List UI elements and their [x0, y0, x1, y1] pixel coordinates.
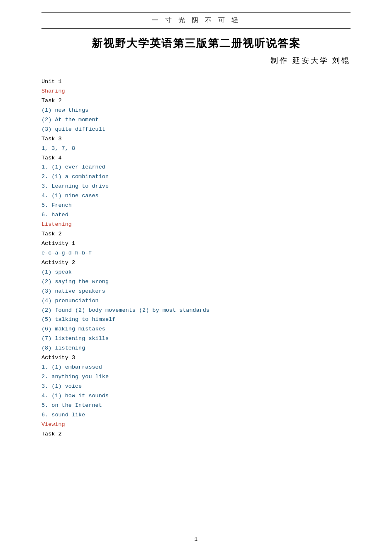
- content-line: 6. sound like: [41, 411, 351, 420]
- content-line: 6. hated: [41, 210, 351, 220]
- content-line: Sharing: [41, 87, 351, 96]
- content-line: Unit 1: [41, 77, 351, 87]
- content-line: Task 2: [41, 230, 351, 239]
- page-number: 1: [0, 536, 392, 543]
- content-line: Task 2: [41, 430, 351, 439]
- content-line: 1. (1) ever learned: [41, 163, 351, 172]
- content-line: (2) found (2) body movements (2) by most…: [41, 306, 351, 315]
- content-line: (5) talking to himself: [41, 315, 351, 325]
- content-line: Viewing: [41, 420, 351, 430]
- main-title: 新视野大学英语第三版第二册视听说答案: [41, 36, 351, 51]
- content-line: 3. Learning to drive: [41, 182, 351, 191]
- content-line: 5. French: [41, 201, 351, 210]
- content-line: (3) quite difficult: [41, 125, 351, 134]
- content-line: (3) native speakers: [41, 287, 351, 296]
- content-line: 2. anything you like: [41, 372, 351, 382]
- content-line: 5. on the Internet: [41, 401, 351, 411]
- header-motto: 一 寸 光 阴 不 可 轻: [41, 13, 351, 28]
- content-line: 1. (1) embarrassed: [41, 363, 351, 372]
- content-line: 4. (1) nine cases: [41, 191, 351, 201]
- content-line: (2) At the moment: [41, 115, 351, 125]
- bottom-border: [41, 28, 351, 29]
- content-line: (6) making mistakes: [41, 325, 351, 334]
- content-line: (1) speak: [41, 268, 351, 277]
- content-line: 3. (1) voice: [41, 382, 351, 391]
- content-line: Activity 3: [41, 353, 351, 363]
- content-line: Task 4: [41, 154, 351, 163]
- content-line: (2) saying the wrong: [41, 277, 351, 287]
- subtitle: 制作 延安大学 刘锟: [41, 56, 351, 66]
- content-line: (7) listening skills: [41, 334, 351, 344]
- content-line: (4) pronunciation: [41, 296, 351, 306]
- content-line: e-c-a-g-d-h-b-f: [41, 249, 351, 258]
- content-line: Activity 2: [41, 258, 351, 268]
- content-line: (1) new things: [41, 106, 351, 115]
- page: 一 寸 光 阴 不 可 轻 新视野大学英语第三版第二册视听说答案 制作 延安大学…: [0, 0, 392, 555]
- content-line: Activity 1: [41, 239, 351, 249]
- content-line: 2. (1) a combination: [41, 172, 351, 182]
- content-area: Unit 1SharingTask 2(1) new things(2) At …: [41, 77, 351, 439]
- content-line: (8) listening: [41, 344, 351, 353]
- content-line: Task 2: [41, 96, 351, 106]
- content-line: Task 3: [41, 134, 351, 144]
- content-line: Listening: [41, 220, 351, 230]
- content-line: 1, 3, 7, 8: [41, 144, 351, 154]
- content-line: 4. (1) how it sounds: [41, 391, 351, 401]
